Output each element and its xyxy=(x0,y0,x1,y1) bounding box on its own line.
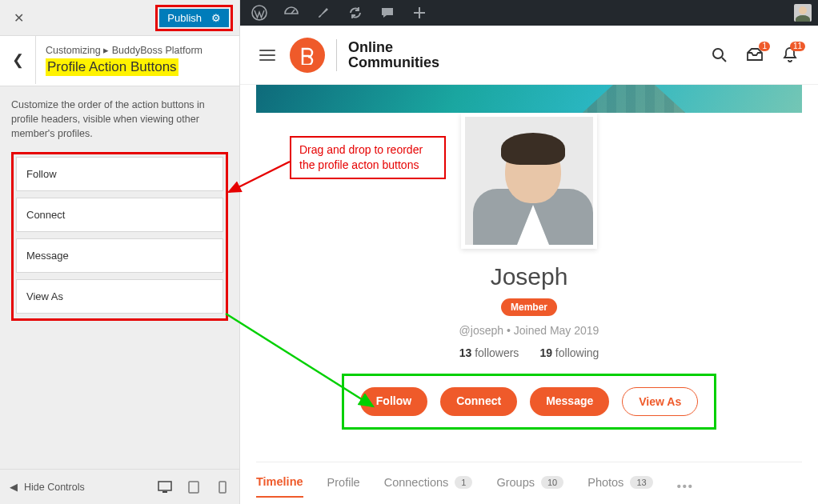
profile-avatar[interactable] xyxy=(461,113,597,249)
profile-handle: @joseph xyxy=(459,324,503,337)
following-stat[interactable]: 19 following xyxy=(539,346,599,359)
back-button[interactable]: ❮ xyxy=(0,36,36,84)
section-description: Customize the order of the action button… xyxy=(11,98,228,141)
gear-icon[interactable]: ⚙ xyxy=(211,12,221,24)
customizer-sidebar: ✕ Publish ⚙ ❮ Customizing ▸ BuddyBoss Pl… xyxy=(0,0,240,504)
search-button[interactable] xyxy=(711,46,728,64)
adminbar-avatar[interactable] xyxy=(794,4,812,22)
customize-brush-icon[interactable] xyxy=(315,5,331,21)
sortable-item-view-as[interactable]: View As xyxy=(16,279,223,314)
sortable-list-highlight: Follow Connect Message View As xyxy=(11,152,228,321)
tab-profile[interactable]: Profile xyxy=(327,476,360,497)
hide-controls-button[interactable]: ◀ Hide Controls xyxy=(10,481,85,493)
inbox-badge: 1 xyxy=(759,42,770,51)
svg-rect-0 xyxy=(158,482,171,490)
customizer-section-header: ❮ Customizing ▸ BuddyBoss Platform Profi… xyxy=(0,36,239,86)
desktop-icon xyxy=(158,481,172,494)
sortable-item-follow[interactable]: Follow xyxy=(16,157,223,191)
followers-stat[interactable]: 13 followers xyxy=(459,346,519,359)
breadcrumb: Customizing ▸ BuddyBoss Platform Profile… xyxy=(36,36,239,86)
close-customizer-button[interactable]: ✕ xyxy=(6,6,30,30)
mobile-icon xyxy=(219,481,227,494)
publish-button[interactable]: Publish ⚙ xyxy=(159,9,229,27)
device-preview-switcher xyxy=(158,480,230,494)
site-title: Online Communities xyxy=(348,40,439,70)
wordpress-logo-icon[interactable] xyxy=(251,5,267,21)
section-title: Profile Action Buttons xyxy=(46,58,178,76)
tab-connections[interactable]: Connections1 xyxy=(384,476,473,497)
breadcrumb-path: Customizing ▸ BuddyBoss Platform xyxy=(46,44,230,56)
tab-more-button[interactable]: ••• xyxy=(677,480,694,493)
view-as-button[interactable]: View As xyxy=(622,387,698,416)
annotation-callout: Drag and drop to reorder the profile act… xyxy=(290,136,446,179)
header-actions: 1 11 xyxy=(711,46,799,64)
tablet-icon xyxy=(188,481,199,494)
svg-rect-3 xyxy=(219,482,226,493)
site-frame: Online Communities 1 11 xyxy=(240,26,818,504)
notifications-badge: 11 xyxy=(790,42,805,51)
wp-admin-bar xyxy=(240,0,818,26)
tab-groups[interactable]: Groups10 xyxy=(496,476,563,497)
notifications-button[interactable]: 11 xyxy=(781,46,799,64)
svg-rect-2 xyxy=(189,482,198,493)
hide-controls-label: Hide Controls xyxy=(24,482,85,493)
tab-timeline[interactable]: Timeline xyxy=(256,475,303,498)
comment-icon[interactable] xyxy=(379,5,395,21)
menu-toggle-button[interactable] xyxy=(259,46,275,64)
customizer-footer: ◀ Hide Controls xyxy=(0,469,239,504)
refresh-icon[interactable] xyxy=(347,5,363,21)
sortable-item-message[interactable]: Message xyxy=(16,238,223,273)
inbox-button[interactable]: 1 xyxy=(746,46,764,64)
preview-pane: Online Communities 1 11 xyxy=(240,0,818,504)
search-icon xyxy=(712,47,728,63)
site-header: Online Communities 1 11 xyxy=(240,26,818,85)
customizer-body: Customize the order of the action button… xyxy=(0,86,239,469)
dashboard-icon[interactable] xyxy=(283,5,299,21)
device-tablet-button[interactable] xyxy=(186,480,201,494)
site-logo[interactable]: Online Communities xyxy=(290,38,439,73)
collapse-icon: ◀ xyxy=(10,481,18,493)
device-desktop-button[interactable] xyxy=(158,480,172,494)
tab-photos[interactable]: Photos13 xyxy=(587,476,652,497)
logo-badge-icon xyxy=(290,38,325,73)
connect-button[interactable]: Connect xyxy=(440,387,517,416)
profile-joined: Joined May 2019 xyxy=(514,324,599,337)
publish-label: Publish xyxy=(167,12,202,24)
profile-tabs: Timeline Profile Connections1 Groups10 P… xyxy=(256,462,802,498)
adminbar-left xyxy=(247,5,427,21)
follow-button[interactable]: Follow xyxy=(360,387,427,416)
add-new-icon[interactable] xyxy=(411,5,427,21)
customizer-topbar: ✕ Publish ⚙ xyxy=(0,0,239,36)
svg-point-6 xyxy=(713,49,723,58)
member-badge: Member xyxy=(501,298,557,316)
profile-name: Joseph xyxy=(256,263,802,290)
profile-action-buttons: Follow Connect Message View As xyxy=(342,374,716,430)
profile-meta: @joseph • Joined May 2019 xyxy=(256,324,802,337)
device-mobile-button[interactable] xyxy=(215,480,230,494)
svg-rect-1 xyxy=(162,491,167,493)
svg-line-7 xyxy=(722,58,726,62)
profile-stats: 13 followers 19 following xyxy=(256,346,802,359)
publish-highlight: Publish ⚙ xyxy=(155,5,233,31)
message-button[interactable]: Message xyxy=(530,387,609,416)
sortable-item-connect[interactable]: Connect xyxy=(16,198,223,232)
